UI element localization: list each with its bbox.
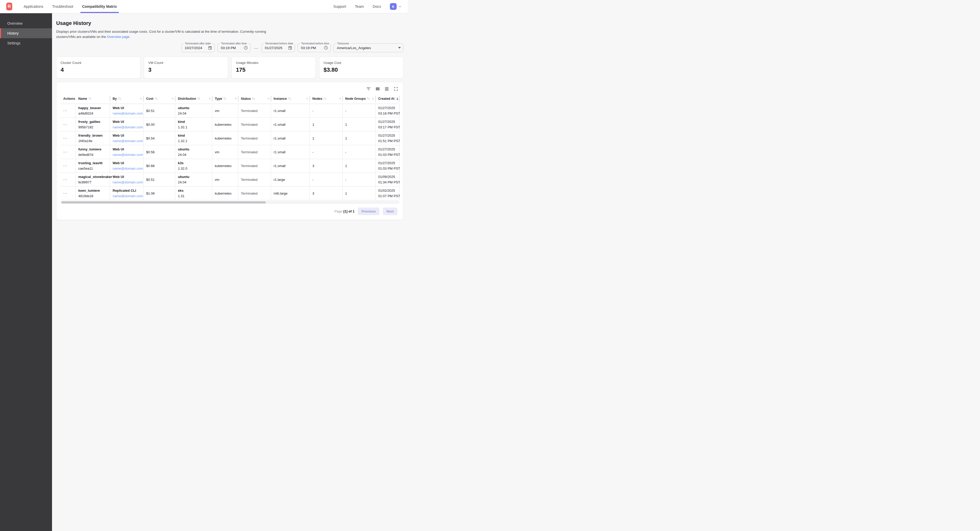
created-by-email[interactable]: name@domain.com — [113, 153, 141, 157]
column-header-distribution[interactable]: Distribution= — [175, 94, 212, 104]
sort-desc-icon[interactable] — [396, 97, 399, 101]
terminated-before-time-field[interactable]: Terminated before time 03:19 PM — [298, 43, 331, 52]
sort-icon[interactable] — [252, 97, 255, 100]
created-time: 01:07 PM PST — [378, 194, 397, 198]
column-resize-icon[interactable]: = — [209, 97, 211, 101]
created-by-email[interactable]: name@domain.com — [113, 139, 141, 143]
by-cell: Web UIname@domain.com — [110, 173, 143, 186]
by-cell: Web UIname@domain.com — [110, 118, 143, 131]
overview-page-link[interactable]: Overview page — [107, 35, 129, 39]
app-logo[interactable]: R — [6, 3, 12, 10]
sidebar-item-overview[interactable]: Overview — [0, 19, 52, 28]
instance-value: r1.small — [274, 123, 307, 127]
more-options-icon[interactable]: ••• — [63, 192, 73, 195]
node-groups-cell: - — [342, 145, 375, 159]
actions-cell: ••• — [60, 104, 76, 117]
column-resize-icon[interactable]: = — [235, 97, 237, 101]
density-icon[interactable] — [384, 86, 389, 92]
more-options-icon[interactable]: ••• — [63, 151, 73, 154]
sort-icon[interactable] — [154, 97, 158, 100]
previous-page-button[interactable]: Previous — [358, 208, 379, 215]
terminated-after-time-field[interactable]: Terminated after time 03:19 PM — [218, 43, 251, 52]
sort-icon[interactable] — [223, 97, 226, 100]
column-resize-icon[interactable]: = — [172, 97, 174, 101]
calendar-icon[interactable] — [288, 46, 292, 50]
sort-icon[interactable] — [288, 97, 291, 100]
sort-icon[interactable] — [88, 97, 92, 100]
created-by-email[interactable]: name@domain.com — [113, 125, 141, 129]
column-header-created-at[interactable]: Created At — [375, 94, 399, 104]
distribution-name: eks — [178, 189, 210, 192]
chevron-down-icon[interactable] — [398, 5, 402, 9]
fullscreen-icon[interactable] — [393, 86, 398, 92]
distribution-name: kind — [178, 133, 210, 138]
nav-link-support[interactable]: Support — [333, 5, 346, 9]
created-by-email[interactable]: name@domain.com — [113, 111, 141, 115]
sidebar-item-history[interactable]: History — [0, 28, 52, 38]
column-header-node-groups[interactable]: Node Groups= — [342, 94, 375, 104]
nodes-cell: - — [310, 145, 342, 159]
dropdown-caret-icon[interactable] — [398, 47, 401, 49]
column-resize-icon[interactable]: = — [140, 97, 142, 101]
next-page-button[interactable]: Next — [383, 208, 398, 215]
column-header-name[interactable]: Name — [76, 94, 110, 104]
field-value[interactable]: 03:19 PM — [301, 46, 323, 50]
stat-value: $3.80 — [323, 67, 399, 73]
column-header-instance[interactable]: Instance= — [271, 94, 310, 104]
status-value: Terminated — [241, 123, 269, 127]
clock-icon[interactable] — [323, 46, 328, 50]
column-header-status[interactable]: Status= — [238, 94, 271, 104]
nav-tab-applications[interactable]: Applications — [19, 0, 48, 13]
instance-value: r1.small — [274, 150, 307, 154]
column-resize-icon[interactable]: = — [372, 97, 374, 101]
distribution-name: kind — [178, 120, 210, 124]
sort-icon[interactable] — [197, 97, 200, 100]
column-resize-icon[interactable]: = — [267, 97, 269, 101]
field-value[interactable]: 03:19 PM — [221, 46, 243, 50]
clock-icon[interactable] — [243, 46, 248, 50]
more-options-icon[interactable]: ••• — [63, 109, 73, 112]
columns-icon[interactable] — [375, 86, 380, 92]
distribution-cell: ubuntu24.04 — [175, 104, 212, 117]
more-options-icon[interactable]: ••• — [63, 137, 73, 140]
more-options-icon[interactable]: ••• — [63, 165, 73, 167]
field-label: Terminated after date — [184, 42, 212, 45]
created-by-email[interactable]: name@domain.com — [113, 194, 141, 198]
nav-tab-compatibility-matrix[interactable]: Compatibility Matrix — [78, 0, 121, 13]
table-row: •••frosty_galileo995b7182Web UIname@doma… — [60, 118, 399, 132]
sort-icon[interactable] — [367, 97, 370, 100]
nav-link-team[interactable]: Team — [355, 5, 364, 9]
column-header-cost[interactable]: Cost= — [143, 94, 175, 104]
terminated-after-date-field[interactable]: Terminated after date 10/27/2024 — [181, 43, 215, 52]
terminated-before-date-field[interactable]: Terminated before date 01/27/2025 — [261, 43, 295, 52]
column-resize-icon[interactable]: = — [339, 97, 341, 101]
sort-icon[interactable] — [118, 97, 121, 100]
sort-icon[interactable] — [323, 97, 327, 100]
column-header-nodes[interactable]: Nodes= — [310, 94, 342, 104]
column-header-actions[interactable]: Actions — [60, 94, 76, 104]
nav-link-docs[interactable]: Docs — [373, 5, 381, 9]
column-header-by[interactable]: By= — [110, 94, 143, 104]
sidebar-item-settings[interactable]: Settings — [0, 38, 52, 48]
field-value[interactable]: 01/27/2025 — [265, 46, 288, 50]
stat-value: 4 — [60, 67, 136, 73]
actions-cell: ••• — [60, 173, 76, 186]
status-value: Terminated — [241, 136, 269, 140]
calendar-icon[interactable] — [208, 46, 212, 50]
user-avatar[interactable]: K — [390, 3, 397, 10]
nav-tab-troubleshoot[interactable]: Troubleshoot — [48, 0, 78, 13]
filter-icon[interactable] — [366, 86, 371, 92]
more-options-icon[interactable]: ••• — [63, 178, 73, 181]
column-header-type[interactable]: Type= — [212, 94, 238, 104]
field-value[interactable]: America/Los_Angeles — [337, 46, 396, 50]
created-by-email[interactable]: name@domain.com — [113, 180, 141, 184]
more-options-icon[interactable]: ••• — [63, 123, 73, 126]
horizontal-scrollbar[interactable] — [60, 201, 399, 204]
field-value[interactable]: 10/27/2024 — [185, 46, 208, 50]
created-by-email[interactable]: name@domain.com — [113, 166, 141, 170]
created-at-cell: 01/02/202501:07 PM PST — [375, 187, 399, 200]
timezone-select[interactable]: Timezone America/Los_Angeles — [333, 43, 403, 52]
instance-value: m6i.large — [274, 192, 307, 195]
scrollbar-thumb[interactable] — [61, 201, 266, 203]
column-resize-icon[interactable]: = — [306, 97, 308, 101]
